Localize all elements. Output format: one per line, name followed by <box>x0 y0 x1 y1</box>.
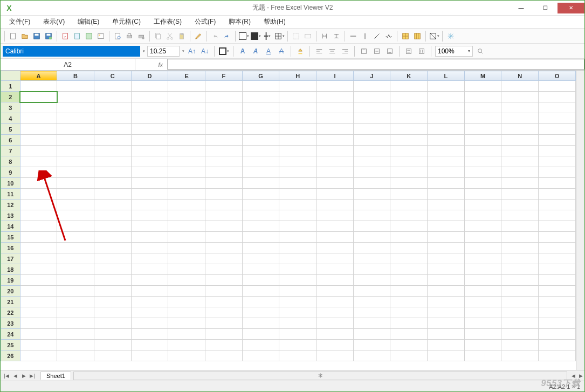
cell[interactable] <box>205 124 243 135</box>
cell[interactable] <box>57 232 94 243</box>
cell[interactable] <box>242 135 279 146</box>
cell[interactable] <box>94 210 131 221</box>
cell[interactable] <box>428 167 465 178</box>
cell[interactable] <box>501 329 539 340</box>
cell[interactable] <box>242 146 279 156</box>
cell[interactable] <box>20 264 57 275</box>
cell[interactable] <box>20 318 57 329</box>
cell[interactable] <box>94 350 131 361</box>
cell[interactable] <box>464 178 501 189</box>
cell[interactable] <box>205 210 243 221</box>
horizontal-scrollbar[interactable]: ✻ <box>73 372 567 380</box>
cell[interactable] <box>464 350 501 361</box>
border-box-icon[interactable]: ▾ <box>218 46 229 57</box>
cell[interactable] <box>94 318 131 329</box>
cell[interactable] <box>279 232 316 243</box>
cell[interactable] <box>353 210 390 221</box>
distribute-h-icon[interactable] <box>403 46 414 57</box>
cell[interactable] <box>501 340 539 350</box>
cell[interactable] <box>428 297 465 307</box>
cell[interactable] <box>464 135 501 146</box>
cell[interactable] <box>205 297 243 307</box>
cell[interactable] <box>20 329 57 340</box>
cell[interactable] <box>353 329 390 340</box>
cell[interactable] <box>279 243 316 253</box>
cell[interactable] <box>316 232 354 243</box>
cell[interactable] <box>316 146 354 156</box>
cell[interactable] <box>539 200 576 210</box>
cell[interactable] <box>539 307 576 318</box>
bold-icon[interactable]: A <box>250 46 261 57</box>
vline-icon[interactable] <box>360 31 370 42</box>
cell[interactable] <box>279 318 316 329</box>
cell[interactable] <box>168 264 205 275</box>
export-icon[interactable] <box>72 31 82 42</box>
cell[interactable] <box>279 275 316 286</box>
cell[interactable] <box>205 253 243 264</box>
cell[interactable] <box>501 297 539 307</box>
edit-icon[interactable] <box>193 31 204 42</box>
cell[interactable] <box>501 232 539 243</box>
cell[interactable] <box>242 307 279 318</box>
row-header[interactable]: 22 <box>1 307 20 318</box>
save-as-icon[interactable] <box>43 31 54 42</box>
cell[interactable] <box>501 156 539 167</box>
row-header[interactable]: 18 <box>1 264 20 275</box>
cell[interactable] <box>131 124 168 135</box>
cell[interactable] <box>390 146 428 156</box>
cell[interactable] <box>205 92 243 102</box>
row-header[interactable]: 15 <box>1 232 20 243</box>
cell[interactable] <box>94 167 131 178</box>
undo-icon[interactable] <box>210 31 221 42</box>
valign-top-icon[interactable] <box>359 46 369 57</box>
cell[interactable] <box>428 102 465 113</box>
cell[interactable] <box>57 124 94 135</box>
cell[interactable] <box>464 200 501 210</box>
cell[interactable] <box>501 253 539 264</box>
cell[interactable] <box>205 167 243 178</box>
cut-icon[interactable] <box>164 31 175 42</box>
column-header[interactable]: C <box>94 71 131 81</box>
cell[interactable] <box>279 200 316 210</box>
cell[interactable] <box>428 350 465 361</box>
cell[interactable] <box>168 92 205 102</box>
cell[interactable] <box>464 232 501 243</box>
column-header[interactable]: M <box>464 71 501 81</box>
cell[interactable] <box>390 297 428 307</box>
print-settings-icon[interactable] <box>136 31 147 42</box>
cell[interactable] <box>353 340 390 350</box>
align-left-icon[interactable] <box>314 46 325 57</box>
row-header[interactable]: 17 <box>1 253 20 264</box>
border-cross-icon[interactable]: ╋▾ <box>262 31 273 42</box>
cell[interactable] <box>205 243 243 253</box>
row-header[interactable]: 25 <box>1 340 20 350</box>
cell[interactable] <box>242 243 279 253</box>
cell[interactable] <box>20 81 57 92</box>
cell[interactable] <box>390 210 428 221</box>
new-icon[interactable] <box>8 31 18 42</box>
cell[interactable] <box>428 200 465 210</box>
print-icon[interactable] <box>124 31 135 42</box>
row-header[interactable]: 13 <box>1 210 20 221</box>
cell[interactable] <box>57 210 94 221</box>
cell[interactable] <box>428 253 465 264</box>
cell[interactable] <box>20 297 57 307</box>
cell[interactable] <box>390 81 428 92</box>
cell[interactable] <box>464 189 501 200</box>
tab-next-button[interactable]: ▶ <box>20 372 27 380</box>
cell[interactable] <box>131 102 168 113</box>
cell[interactable] <box>168 318 205 329</box>
column-header[interactable]: B <box>57 71 94 81</box>
cell[interactable] <box>20 167 57 178</box>
cell[interactable] <box>316 221 354 232</box>
cell[interactable] <box>390 253 428 264</box>
cell[interactable] <box>131 253 168 264</box>
cell[interactable] <box>353 221 390 232</box>
vertical-scrollbar[interactable] <box>576 71 584 370</box>
cell[interactable] <box>428 286 465 297</box>
cell[interactable] <box>242 210 279 221</box>
cell[interactable] <box>131 92 168 102</box>
paste-icon[interactable] <box>176 31 187 42</box>
cell[interactable] <box>353 124 390 135</box>
cell[interactable] <box>242 253 279 264</box>
